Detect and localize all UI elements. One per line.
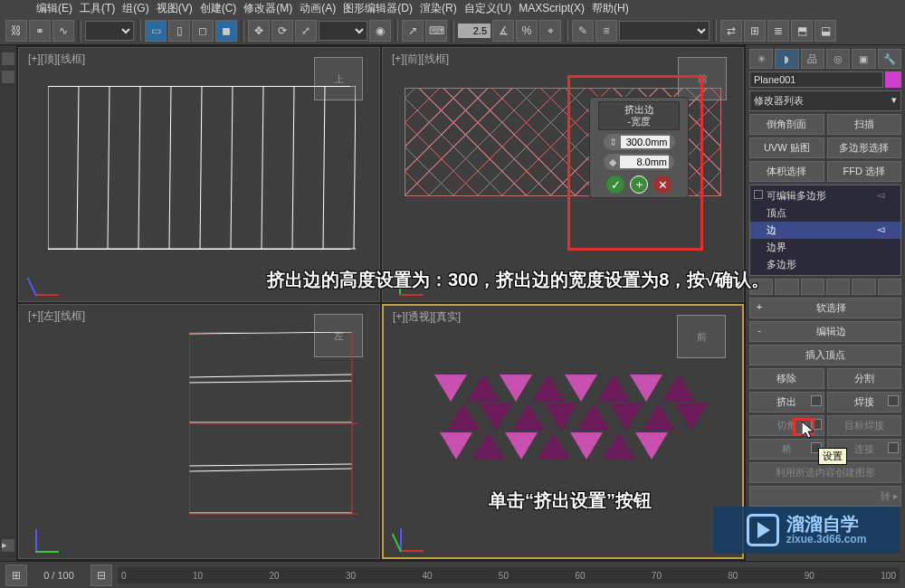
rotate-icon[interactable]: ⟳ xyxy=(272,20,293,42)
snap-toggle-icon[interactable]: ⌖ xyxy=(539,20,561,42)
create-tab-icon[interactable]: ✳ xyxy=(749,49,773,69)
bind-icon[interactable]: ∿ xyxy=(52,20,74,42)
bridge-button[interactable]: 桥 xyxy=(749,439,824,460)
select-name-icon[interactable]: ▯ xyxy=(168,20,190,42)
extruded-geometry xyxy=(434,375,697,461)
select-window-icon[interactable]: ◼ xyxy=(215,20,237,42)
pivot-icon[interactable]: ◉ xyxy=(369,20,391,42)
named-selection[interactable]: 创建选择集 xyxy=(619,21,710,41)
selection-filter[interactable]: 全部 xyxy=(85,21,134,41)
strip-btn[interactable] xyxy=(2,52,14,65)
select-object-icon[interactable]: ▭ xyxy=(145,20,167,42)
snap-pct-icon[interactable]: % xyxy=(516,20,538,42)
svg-line-8 xyxy=(231,86,233,249)
strip-btn[interactable]: ▸ xyxy=(2,539,14,552)
unlink-icon[interactable]: ⚭ xyxy=(29,20,51,42)
menu-item[interactable]: 帮助(H) xyxy=(592,1,629,16)
mirror-icon[interactable]: ⇄ xyxy=(720,20,742,42)
mod-btn[interactable]: 多边形选择 xyxy=(827,138,902,158)
snap-angle-icon[interactable]: ∡ xyxy=(492,20,514,42)
timeconfig-icon[interactable]: ⊞ xyxy=(5,564,27,586)
edit-named-icon[interactable]: ✎ xyxy=(572,20,594,42)
svg-line-15 xyxy=(189,381,352,383)
named-sel-icon[interactable]: ≡ xyxy=(595,20,617,42)
layers-icon[interactable]: ≣ xyxy=(767,20,789,42)
menu-item[interactable]: 组(G) xyxy=(122,1,148,16)
link-icon[interactable]: ⛓ xyxy=(5,20,27,42)
mod-btn[interactable]: 倒角剖面 xyxy=(749,114,824,135)
weld-button[interactable]: 焊接 xyxy=(827,392,902,413)
key-icon[interactable]: ⊟ xyxy=(90,564,112,586)
menu-item[interactable]: 图形编辑器(D) xyxy=(343,1,413,16)
viewport-grid: [+][顶][线框] 上 /*verticals drawn below via… xyxy=(16,45,746,561)
insert-vertex-button[interactable]: 插入顶点 xyxy=(749,345,901,365)
confirm-icon[interactable]: ✓ xyxy=(606,175,624,194)
menu-item[interactable]: 渲染(R) xyxy=(420,1,457,16)
annotation-1: 挤出边的高度设置为：300，挤出边的宽度设置为8，按√确认。 xyxy=(267,268,769,292)
display-tab-icon[interactable]: ▣ xyxy=(852,49,875,69)
svg-line-9 xyxy=(262,86,263,249)
object-color[interactable] xyxy=(885,71,901,88)
modifier-stack[interactable]: 可编辑多边形◅ 顶点 边◅ 边界 多边形 xyxy=(749,185,901,276)
mod-btn[interactable]: 体积选择 xyxy=(749,161,824,182)
left-strip: ▸ xyxy=(0,45,16,561)
menu-item[interactable]: 创建(C) xyxy=(200,1,237,16)
mod-btn[interactable]: FFD 选择 xyxy=(827,161,902,182)
hierarchy-tab-icon[interactable]: 品 xyxy=(801,49,824,69)
viewcube[interactable]: 前 xyxy=(677,315,726,358)
scale-icon[interactable]: ⤢ xyxy=(295,20,317,42)
menu-item[interactable]: 修改器(M) xyxy=(243,1,292,16)
modifier-list[interactable]: 修改器列表▾ xyxy=(749,90,901,111)
manip-icon[interactable]: ↗ xyxy=(402,20,424,42)
menu-item[interactable]: 工具(T) xyxy=(80,1,115,16)
stack-sub[interactable]: 多边形 xyxy=(750,256,900,273)
shape-from-sel-button[interactable]: 利用所选内容创建图形 xyxy=(749,462,901,483)
rollout-edit-edge[interactable]: -编辑边 xyxy=(749,321,901,342)
menu-item[interactable]: 动画(A) xyxy=(300,1,336,16)
stack-sub[interactable]: 顶点 xyxy=(750,204,900,222)
status-bar: ⊞ 0 / 100 ⊟ 0102030405060708090100 xyxy=(0,561,905,588)
apply-plus-icon[interactable]: ＋ xyxy=(630,175,648,194)
ref-coord-system[interactable]: 视图 xyxy=(319,21,367,41)
remove-button[interactable]: 移除 xyxy=(749,368,824,389)
utilities-tab-icon[interactable]: 🔧 xyxy=(878,49,901,69)
select-rect-icon[interactable]: ◻ xyxy=(192,20,214,42)
viewport-top[interactable]: [+][顶][线框] 上 /*verticals drawn below via… xyxy=(18,47,380,302)
split-button[interactable]: 分割 xyxy=(827,368,902,389)
move-icon[interactable]: ✥ xyxy=(248,20,270,42)
viewport-left[interactable]: [+][左][线框] 左 xyxy=(18,304,380,559)
spinner-value[interactable]: 2.5 xyxy=(458,24,491,38)
strip-btn[interactable] xyxy=(2,71,14,83)
menu-item[interactable]: MAXScript(X) xyxy=(519,2,585,14)
menu-item[interactable]: 视图(V) xyxy=(157,1,193,16)
modify-tab-icon[interactable]: ◗ xyxy=(775,49,798,69)
svg-line-4 xyxy=(108,86,110,249)
menu-item[interactable]: 自定义(U) xyxy=(464,1,512,16)
viewport-perspective[interactable]: [+][透视][真实] 前 xyxy=(382,304,744,559)
rollout-soft[interactable]: +软选择 xyxy=(749,298,901,318)
extrude-height-input[interactable] xyxy=(621,136,670,148)
cancel-icon[interactable]: ✕ xyxy=(653,175,672,194)
viewport-front[interactable]: [+][前][线框] 前 挤出边-宽度 ⇕ ◆ ✓ ＋ ✕ xyxy=(382,47,744,302)
extrude-button[interactable]: 挤出 xyxy=(749,392,824,413)
timeline[interactable]: 0102030405060708090100 xyxy=(118,567,900,583)
svg-line-11 xyxy=(323,86,325,249)
object-name-input[interactable] xyxy=(749,71,883,88)
mod-btn[interactable]: 扫描 xyxy=(827,114,902,135)
extrude-width-input[interactable] xyxy=(620,156,669,168)
align-icon[interactable]: ⊞ xyxy=(744,20,766,42)
stack-sub-edge[interactable]: 边◅ xyxy=(750,222,900,239)
extrude-settings-button[interactable] xyxy=(811,395,822,406)
watermark: 溜溜自学zixue.3d66.com xyxy=(713,507,900,554)
schematic-icon[interactable]: ⬓ xyxy=(814,20,836,42)
curve-editor-icon[interactable]: ⬒ xyxy=(791,20,813,42)
mod-btn[interactable]: UVW 贴图 xyxy=(749,138,824,158)
keymode-icon[interactable]: ⌨ xyxy=(425,20,447,42)
menu-bar: 编辑(E)工具(T)组(G)视图(V)创建(C)修改器(M)动画(A)图形编辑器… xyxy=(0,0,905,16)
stack-sub[interactable]: 边界 xyxy=(750,239,900,256)
motion-tab-icon[interactable]: ◎ xyxy=(826,49,850,69)
menu-item[interactable]: 编辑(E) xyxy=(36,1,72,16)
svg-line-7 xyxy=(200,86,202,249)
target-weld-button[interactable]: 目标焊接 xyxy=(827,415,902,436)
extrude-caddy: 挤出边-宽度 ⇕ ◆ ✓ ＋ ✕ xyxy=(589,97,689,198)
